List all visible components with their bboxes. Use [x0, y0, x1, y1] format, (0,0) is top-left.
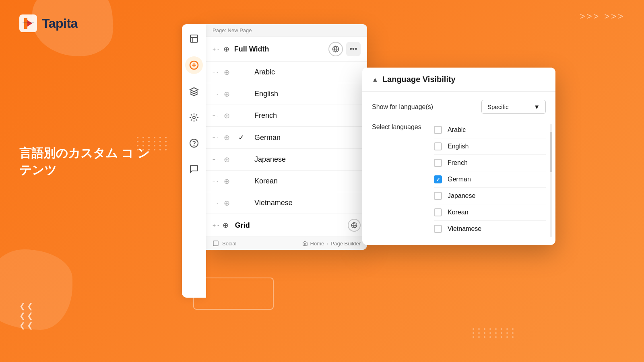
pb-breadcrumb-top: Page: New Page	[206, 24, 367, 37]
drag-handle-grid[interactable]: ⊕	[223, 221, 229, 230]
sidebar-settings-icon[interactable]	[186, 109, 202, 125]
lang-drag-korean: ⊕	[224, 177, 230, 186]
grid-title: Grid	[235, 221, 345, 230]
brand-name: Tapita	[42, 16, 78, 31]
lv-body: Show for language(s) Specific ▼ Select l…	[362, 92, 555, 245]
lang-item-english[interactable]: + - ⊕ English	[206, 83, 367, 105]
dropdown-arrow-icon: ▼	[534, 103, 540, 110]
lang-drag-french: ⊕	[224, 111, 230, 120]
lang-drag-english: ⊕	[224, 90, 230, 99]
sidebar	[182, 24, 206, 298]
breadcrumb-sep: ›	[326, 241, 328, 247]
scrollbar[interactable]	[550, 124, 552, 237]
lang-drag-viet: ⊕	[224, 199, 230, 208]
lang-row-ctrl-korean: + -	[213, 179, 218, 184]
svg-rect-2	[190, 35, 198, 42]
lang-row-ctrl-viet: + -	[213, 200, 218, 206]
show-for-label: Show for language(s)	[372, 103, 433, 111]
icon-social-container: Social	[213, 240, 236, 247]
pb-bottom-bar: Social Home › Page Builder	[206, 237, 367, 250]
breadcrumb-home: Home	[310, 241, 324, 247]
grid-globe-button[interactable]	[348, 219, 361, 232]
lv-name-english: English	[448, 143, 469, 150]
lang-drag-japanese: ⊕	[224, 155, 230, 164]
select-languages-label: Select languages	[372, 122, 424, 131]
full-width-controls: •••	[328, 42, 361, 56]
blob-decoration-bottom	[0, 249, 72, 330]
chevron-icon-3: ❮	[19, 311, 25, 320]
lv-lang-french[interactable]: French	[434, 155, 546, 171]
lang-item-german[interactable]: + - ⊕ ✓ German	[206, 127, 367, 149]
checkbox-arabic[interactable]	[434, 126, 442, 134]
lv-language-list: Arabic English French German	[434, 122, 546, 237]
checkbox-japanese[interactable]	[434, 192, 442, 200]
logo-area: Tapita	[19, 14, 78, 32]
lv-lang-german[interactable]: German	[434, 171, 546, 188]
globe-button[interactable]	[328, 42, 343, 56]
checkbox-english[interactable]	[434, 142, 442, 150]
sidebar-chat-icon[interactable]	[186, 161, 202, 177]
add-ctrl-grid[interactable]: + -	[213, 222, 219, 228]
tapita-logo-icon	[19, 14, 37, 32]
lv-lang-arabic[interactable]: Arabic	[434, 122, 546, 138]
add-control[interactable]: + -	[213, 46, 219, 52]
checkbox-vietnamese[interactable]	[434, 225, 442, 233]
lv-lang-korean[interactable]: Korean	[434, 204, 546, 221]
page-builder-panel: Page: New Page + - ⊕ Full Width ••• + - …	[206, 24, 367, 250]
lang-item-vietnamese[interactable]: + - ⊕ Vietnamese	[206, 192, 367, 214]
breadcrumb-page-builder: Page Builder	[331, 241, 361, 247]
chevron-icon-5: ❮	[19, 321, 25, 330]
lang-check-german: ✓	[238, 133, 248, 142]
chevron-icon-4: ❮	[27, 311, 33, 320]
lang-item-korean[interactable]: + - ⊕ Korean	[206, 171, 367, 192]
lang-name-arabic: Arabic	[254, 68, 275, 76]
dot-grid-bottom	[473, 328, 515, 338]
sidebar-add-icon[interactable]	[185, 56, 203, 74]
more-options-button[interactable]: •••	[346, 42, 361, 56]
grid-row: + - ⊕ Grid	[206, 214, 367, 237]
lang-row-ctrl-arabic: + -	[213, 70, 218, 75]
chevron-icon-6: ❮	[27, 321, 33, 330]
svg-rect-1	[23, 22, 34, 23]
lv-collapse-icon[interactable]: ▲	[372, 76, 378, 83]
lv-title: Language Visibility	[382, 75, 456, 84]
lang-item-arabic[interactable]: + - ⊕ Arabic	[206, 62, 367, 83]
social-label: Social	[222, 241, 236, 247]
full-width-title: Full Width	[234, 45, 325, 53]
lv-name-japanese: Japanese	[448, 192, 475, 200]
svg-rect-15	[213, 241, 218, 246]
scrollbar-thumb[interactable]	[550, 132, 552, 172]
lv-header: ▲ Language Visibility	[362, 68, 555, 92]
chevrons-bottom-left: ❮ ❮ ❮ ❮ ❮ ❮	[19, 302, 33, 330]
breadcrumb-text: Page: New Page	[213, 27, 252, 33]
lv-lang-japanese[interactable]: Japanese	[434, 188, 546, 204]
drag-handle-full-width[interactable]: ⊕	[223, 45, 229, 53]
chevrons-top-right: >>> >>>	[580, 11, 625, 22]
select-languages-row: Select languages Arabic English	[372, 122, 546, 237]
lang-row-ctrl-french: + -	[213, 113, 218, 119]
lang-name-english: English	[254, 90, 278, 98]
lang-row-ctrl-japanese: + -	[213, 157, 218, 162]
show-for-language-row: Show for language(s) Specific ▼	[372, 100, 546, 114]
specific-dropdown[interactable]: Specific ▼	[481, 100, 546, 114]
sidebar-help-icon[interactable]	[186, 135, 202, 151]
sidebar-layout-icon[interactable]	[186, 31, 202, 47]
sidebar-layers-icon[interactable]	[186, 84, 202, 100]
chevron-icon-1: ❮	[19, 302, 25, 311]
checkbox-korean[interactable]	[434, 208, 442, 216]
lang-item-japanese[interactable]: + - ⊕ Japanese	[206, 149, 367, 171]
more-dots: •••	[350, 45, 357, 53]
lv-lang-vietnamese[interactable]: Vietnamese	[434, 221, 546, 237]
checkbox-german[interactable]	[434, 175, 442, 183]
svg-point-8	[193, 116, 195, 119]
lang-item-french[interactable]: + - ⊕ French	[206, 105, 367, 127]
lv-lang-english[interactable]: English	[434, 138, 546, 155]
breadcrumb-bottom: Home › Page Builder	[302, 241, 361, 247]
lv-name-arabic: Arabic	[448, 126, 466, 134]
japanese-headline: 言語別のカスタム コ ンテンツ	[19, 145, 156, 179]
lang-row-ctrl-english: + -	[213, 91, 218, 97]
lang-row-ctrl-german: + -	[213, 135, 218, 140]
lang-name-viet: Vietnamese	[254, 199, 293, 207]
lv-name-french: French	[448, 159, 468, 167]
checkbox-french[interactable]	[434, 159, 442, 167]
